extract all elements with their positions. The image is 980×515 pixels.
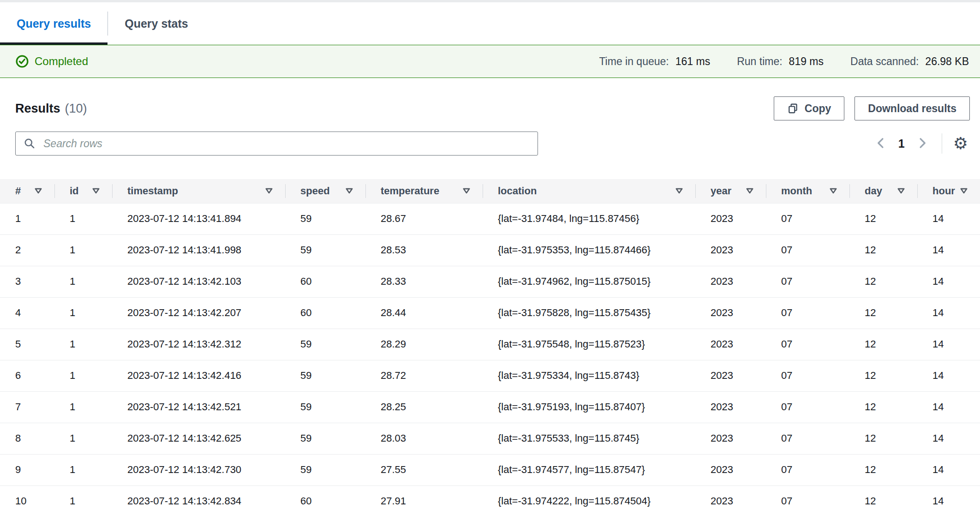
column-label: location bbox=[498, 185, 537, 197]
cell-index: 7 bbox=[0, 391, 54, 423]
triangle-down-icon[interactable] bbox=[746, 187, 754, 194]
cell-month: 07 bbox=[766, 391, 849, 423]
cell-index: 4 bbox=[0, 297, 54, 329]
preferences-button[interactable]: ⚙ bbox=[951, 133, 970, 154]
column-label: temperature bbox=[381, 185, 439, 197]
cell-id: 1 bbox=[54, 360, 112, 391]
triangle-down-icon[interactable] bbox=[897, 187, 905, 194]
triangle-down-icon[interactable] bbox=[265, 187, 273, 194]
triangle-down-icon[interactable] bbox=[960, 187, 968, 194]
pagination: 1 ⚙ bbox=[872, 133, 970, 154]
cell-location: {lat=-31.975334, lng=115.8743} bbox=[483, 360, 695, 391]
cell-year: 2023 bbox=[695, 203, 766, 234]
metric-value: 161 ms bbox=[675, 55, 710, 68]
cell-day: 12 bbox=[849, 360, 917, 391]
query-metrics: Time in queue: 161 ms Run time: 819 ms D… bbox=[599, 55, 969, 68]
copy-button[interactable]: Copy bbox=[774, 96, 845, 120]
cell-timestamp: 2023-07-12 14:13:42.834 bbox=[112, 485, 285, 515]
cell-day: 12 bbox=[849, 423, 917, 454]
triangle-down-icon[interactable] bbox=[34, 187, 42, 194]
cell-timestamp: 2023-07-12 14:13:42.625 bbox=[112, 423, 285, 454]
cell-timestamp: 2023-07-12 14:13:41.894 bbox=[112, 203, 285, 234]
column-label: id bbox=[70, 185, 79, 197]
table-row[interactable]: 912023-07-12 14:13:42.7305927.55{lat=-31… bbox=[0, 454, 980, 485]
table-row[interactable]: 1012023-07-12 14:13:42.8346027.91{lat=-3… bbox=[0, 485, 980, 515]
cell-day: 12 bbox=[849, 234, 917, 266]
cell-id: 1 bbox=[54, 485, 112, 515]
cell-timestamp: 2023-07-12 14:13:42.521 bbox=[112, 391, 285, 423]
column-label: year bbox=[711, 185, 731, 197]
column-header-temperature[interactable]: temperature bbox=[365, 179, 483, 203]
column-header-id[interactable]: id bbox=[54, 179, 112, 203]
cell-year: 2023 bbox=[695, 423, 766, 454]
column-label: month bbox=[781, 185, 812, 197]
cell-location: {lat=-31.97484, lng=115.87456} bbox=[483, 203, 695, 234]
cell-location: {lat=-31.975533, lng=115.8745} bbox=[483, 423, 695, 454]
cell-temperature: 28.29 bbox=[365, 329, 483, 360]
table-row[interactable]: 112023-07-12 14:13:41.8945928.67{lat=-31… bbox=[0, 203, 980, 234]
query-status: Completed bbox=[15, 54, 88, 68]
cell-speed: 60 bbox=[285, 485, 365, 515]
download-results-label: Download results bbox=[868, 102, 956, 115]
tab-query-stats[interactable]: Query stats bbox=[108, 2, 205, 45]
column-header-location[interactable]: location bbox=[483, 179, 695, 203]
table-row[interactable]: 212023-07-12 14:13:41.9985928.53{lat=-31… bbox=[0, 234, 980, 266]
cell-id: 1 bbox=[54, 234, 112, 266]
cell-location: {lat=-31.974222, lng=115.874504} bbox=[483, 485, 695, 515]
metric-label: Data scanned: bbox=[850, 55, 919, 68]
cell-timestamp: 2023-07-12 14:13:42.416 bbox=[112, 360, 285, 391]
chevron-left-icon bbox=[875, 137, 886, 150]
cell-hour: 14 bbox=[917, 266, 980, 297]
column-header-index[interactable]: # bbox=[0, 179, 54, 203]
cell-day: 12 bbox=[849, 454, 917, 485]
cell-speed: 59 bbox=[285, 234, 365, 266]
cell-id: 1 bbox=[54, 266, 112, 297]
next-page-button[interactable] bbox=[914, 134, 931, 153]
column-header-speed[interactable]: speed bbox=[285, 179, 365, 203]
cell-hour: 14 bbox=[917, 391, 980, 423]
tab-query-results[interactable]: Query results bbox=[0, 2, 108, 45]
query-results-panel: Query results Query stats Completed Time… bbox=[0, 0, 980, 515]
column-header-month[interactable]: month bbox=[766, 179, 849, 203]
triangle-down-icon[interactable] bbox=[92, 187, 100, 194]
cell-speed: 59 bbox=[285, 329, 365, 360]
cell-id: 1 bbox=[54, 391, 112, 423]
cell-day: 12 bbox=[849, 266, 917, 297]
column-header-year[interactable]: year bbox=[695, 179, 766, 203]
triangle-down-icon[interactable] bbox=[829, 187, 837, 194]
search-input[interactable] bbox=[15, 132, 538, 156]
column-header-hour[interactable]: hour bbox=[917, 179, 980, 203]
tab-query-stats-label: Query stats bbox=[125, 17, 188, 30]
triangle-down-icon[interactable] bbox=[462, 187, 471, 194]
cell-location: {lat=-31.974577, lng=115.87547} bbox=[483, 454, 695, 485]
table-row[interactable]: 412023-07-12 14:13:42.2076028.44{lat=-31… bbox=[0, 297, 980, 329]
table-toolbar: 1 ⚙ bbox=[0, 132, 980, 156]
current-page[interactable]: 1 bbox=[898, 137, 905, 150]
cell-index: 2 bbox=[0, 234, 54, 266]
cell-temperature: 27.55 bbox=[365, 454, 483, 485]
table-row[interactable]: 812023-07-12 14:13:42.6255928.03{lat=-31… bbox=[0, 423, 980, 454]
table-row[interactable]: 612023-07-12 14:13:42.4165928.72{lat=-31… bbox=[0, 360, 980, 391]
table-row[interactable]: 312023-07-12 14:13:42.1036028.33{lat=-31… bbox=[0, 266, 980, 297]
table-row[interactable]: 712023-07-12 14:13:42.5215928.25{lat=-31… bbox=[0, 391, 980, 423]
cell-timestamp: 2023-07-12 14:13:42.312 bbox=[112, 329, 285, 360]
column-header-day[interactable]: day bbox=[849, 179, 917, 203]
cell-month: 07 bbox=[766, 297, 849, 329]
cell-index: 10 bbox=[0, 485, 54, 515]
results-table: # id timestamp bbox=[0, 179, 980, 515]
cell-index: 3 bbox=[0, 266, 54, 297]
triangle-down-icon[interactable] bbox=[345, 187, 353, 194]
cell-month: 07 bbox=[766, 234, 849, 266]
cell-hour: 14 bbox=[917, 485, 980, 515]
previous-page-button[interactable] bbox=[872, 134, 889, 153]
cell-speed: 59 bbox=[285, 203, 365, 234]
check-circle-icon bbox=[15, 54, 29, 68]
page-title: Results bbox=[15, 102, 60, 116]
metric-time-in-queue: Time in queue: 161 ms bbox=[599, 55, 710, 68]
table-row[interactable]: 512023-07-12 14:13:42.3125928.29{lat=-31… bbox=[0, 329, 980, 360]
cell-location: {lat=-31.975193, lng=115.87407} bbox=[483, 391, 695, 423]
download-results-button[interactable]: Download results bbox=[855, 96, 970, 120]
search-box bbox=[15, 132, 538, 156]
triangle-down-icon[interactable] bbox=[675, 187, 683, 194]
column-header-timestamp[interactable]: timestamp bbox=[112, 179, 285, 203]
